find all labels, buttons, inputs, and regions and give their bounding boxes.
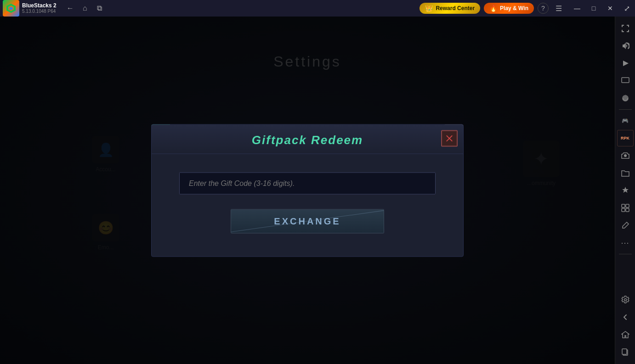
svg-rect-8 xyxy=(626,208,629,212)
gamepad-sidebar-button[interactable]: 🎮 xyxy=(617,112,634,129)
screenshot-sidebar-button[interactable] xyxy=(617,147,634,164)
airplane-sidebar-button[interactable] xyxy=(617,182,634,199)
gift-code-input[interactable] xyxy=(179,172,436,194)
game-area: Settings 👤 Accou... 😊 Emo... ✦ ...ommuni… xyxy=(0,17,615,364)
titlebar-rewards: 👑 Reward Center 🔥 Play & Win ? ☰ xyxy=(420,2,565,15)
modal-header: Giftpack Redeem xyxy=(152,124,463,154)
app-title-block: BlueStacks 2 5.13.0.1048 P64 xyxy=(22,2,57,14)
folder-sidebar-button[interactable] xyxy=(617,165,634,181)
svg-rect-7 xyxy=(622,208,625,212)
back-sidebar-button[interactable] xyxy=(617,309,634,325)
crown-icon: 👑 xyxy=(425,5,433,12)
giftpack-modal: Giftpack Redeem EXCHANGE xyxy=(151,124,464,257)
fire-icon: 🔥 xyxy=(489,5,497,12)
more-sidebar-button[interactable]: ··· xyxy=(617,235,634,251)
copy-sidebar-button[interactable] xyxy=(617,344,634,360)
svg-rect-11 xyxy=(622,349,627,354)
screen-sidebar-button[interactable] xyxy=(617,73,634,89)
svg-rect-6 xyxy=(626,204,629,207)
bluestacks-logo xyxy=(3,0,19,17)
back-nav-button[interactable]: ← xyxy=(64,2,77,15)
exchange-button[interactable]: EXCHANGE xyxy=(231,209,385,233)
close-window-button[interactable]: ✕ xyxy=(602,0,618,17)
tabs-nav-button[interactable]: ⧉ xyxy=(93,2,106,15)
reward-center-button[interactable]: 👑 Reward Center xyxy=(420,3,480,14)
rpk-label: RPK xyxy=(621,136,629,140)
svg-rect-3 xyxy=(622,78,629,83)
titlebar-nav: ← ⌂ ⧉ xyxy=(64,2,106,15)
home-nav-button[interactable]: ⌂ xyxy=(79,2,91,15)
fullscreen-sidebar-button[interactable] xyxy=(617,20,634,37)
svg-point-9 xyxy=(624,299,626,301)
titlebar-actions: — □ ✕ ⤢ xyxy=(569,0,635,17)
svg-point-4 xyxy=(624,154,627,157)
settings-sidebar-button[interactable] xyxy=(617,291,634,308)
modal-body: EXCHANGE xyxy=(152,154,463,256)
gamepad-label: 🎮 xyxy=(622,118,629,124)
expand-button[interactable]: ⤢ xyxy=(618,0,635,17)
sidebar-divider-1 xyxy=(619,109,632,110)
rpk-sidebar-button[interactable]: RPK xyxy=(617,130,634,146)
more-dots: ··· xyxy=(621,238,629,248)
titlebar: BlueStacks 2 5.13.0.1048 P64 ← ⌂ ⧉ 👑 Rew… xyxy=(0,0,635,17)
modal-title: Giftpack Redeem xyxy=(252,133,363,146)
menu-button[interactable]: ☰ xyxy=(552,2,565,15)
sidebar-divider-2 xyxy=(619,254,632,254)
minimize-button[interactable]: — xyxy=(569,0,585,17)
rotate-sidebar-button[interactable] xyxy=(617,90,634,106)
play-win-button[interactable]: 🔥 Play & Win xyxy=(484,3,534,14)
app-version: 5.13.0.1048 P64 xyxy=(22,9,57,14)
help-button[interactable]: ? xyxy=(538,3,549,14)
app-name: BlueStacks 2 xyxy=(22,2,57,9)
edit-sidebar-button[interactable] xyxy=(617,217,634,234)
play-win-label: Play & Win xyxy=(500,5,528,11)
home-sidebar-button[interactable] xyxy=(617,326,634,343)
grid-sidebar-button[interactable] xyxy=(617,200,634,216)
maximize-button[interactable]: □ xyxy=(585,0,602,17)
right-sidebar: 🎮 RPK ··· xyxy=(615,17,635,364)
svg-rect-5 xyxy=(622,204,625,207)
modal-close-button[interactable] xyxy=(441,130,458,146)
volume-sidebar-button[interactable] xyxy=(617,38,634,54)
reward-center-label: Reward Center xyxy=(436,5,475,11)
play-sidebar-button[interactable] xyxy=(617,55,634,72)
